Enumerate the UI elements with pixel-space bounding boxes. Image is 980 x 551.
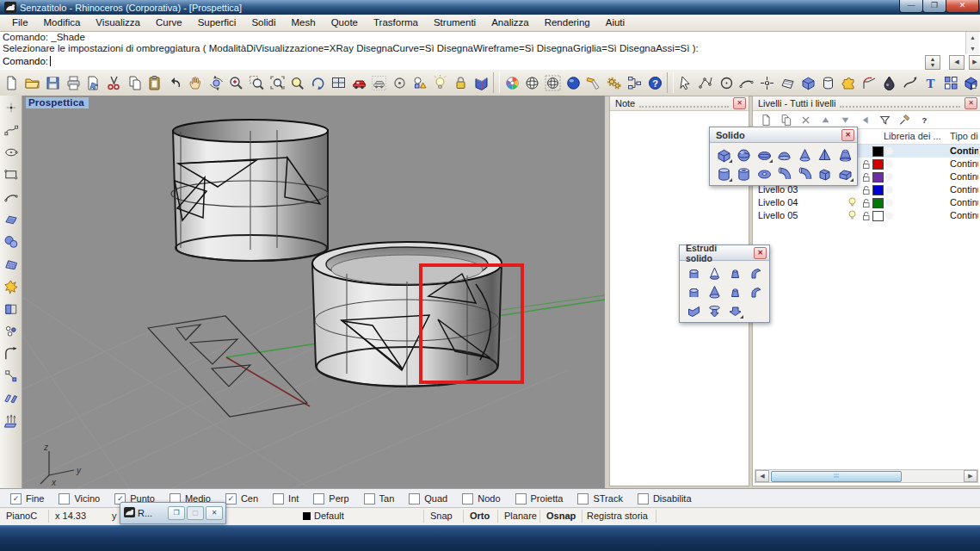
cut-button[interactable] [104, 72, 125, 93]
layer-material-dot[interactable] [885, 160, 893, 168]
paste-button[interactable] [145, 72, 165, 93]
osnap-int[interactable]: Int [273, 493, 299, 505]
layer-lock-icon[interactable] [861, 198, 871, 209]
layer-visibility-bulb-icon[interactable] [847, 197, 857, 208]
pipe-button[interactable] [774, 164, 795, 183]
extrude-to-point-button[interactable] [704, 263, 724, 282]
trim-split-button[interactable] [859, 72, 879, 93]
command-spinner[interactable]: ▲▼ [925, 55, 940, 70]
extrude-tapered-button[interactable] [724, 263, 745, 282]
osnap-checkbox-cen[interactable]: ✓ [225, 493, 237, 505]
zoom-in-button[interactable] [226, 72, 247, 93]
layer-lock-icon[interactable] [861, 159, 871, 170]
estrudi-titlebar[interactable]: Estrudi solido ✕ [680, 245, 769, 261]
viewport-layout-button[interactable] [329, 72, 349, 93]
solido-titlebar[interactable]: Solido ✕ [710, 127, 857, 143]
export-button[interactable] [83, 72, 104, 93]
copy-layer-button[interactable] [776, 112, 796, 127]
menu-analizza[interactable]: Analizza [484, 15, 536, 30]
extrude-curve-straight-button[interactable] [683, 263, 704, 282]
osnap-checkbox-int[interactable] [273, 493, 284, 505]
layer-color-swatch[interactable] [872, 211, 884, 221]
filter-button[interactable] [875, 112, 895, 127]
command-input[interactable]: Comando: [0, 54, 980, 71]
sphere-button[interactable] [734, 145, 755, 164]
menu-quote[interactable]: Quote [324, 15, 366, 30]
minimize-button[interactable]: — [899, 0, 923, 13]
layer-material-dot[interactable] [885, 173, 893, 181]
cylinder-object-left[interactable] [171, 120, 328, 261]
mini-close-icon[interactable]: ✕ [206, 506, 223, 520]
block-button[interactable] [940, 72, 961, 93]
menu-solidi[interactable]: Solidi [243, 15, 283, 30]
surface-button[interactable] [777, 72, 798, 93]
torus-button[interactable] [754, 164, 774, 183]
osnap-checkbox-quad[interactable] [409, 493, 420, 505]
slab-button[interactable] [835, 164, 855, 183]
cplane-indicator[interactable]: PianoC [6, 511, 37, 521]
layer-linetype[interactable]: Continuo [950, 184, 978, 195]
explode-button[interactable] [2, 277, 21, 296]
box-button[interactable] [713, 145, 734, 164]
osnap-checkbox-proietta[interactable] [515, 493, 527, 505]
ribbon-button[interactable] [683, 301, 704, 320]
box-edit-button[interactable] [961, 72, 980, 93]
osnap-checkbox-perp[interactable] [313, 493, 324, 505]
statusbar-orto[interactable]: Orto [470, 511, 490, 521]
layer-lock-icon[interactable] [861, 172, 871, 183]
boss-button[interactable] [724, 301, 745, 320]
layer-color-swatch[interactable] [872, 146, 884, 157]
point-button[interactable] [2, 98, 21, 117]
circle-button[interactable] [716, 72, 737, 93]
command-history-scrollbar[interactable]: ▲▼ [965, 32, 979, 54]
scroll-right-icon[interactable]: ▶ [964, 470, 977, 482]
undo-view-change-button[interactable] [308, 72, 329, 93]
text-button[interactable]: T [921, 72, 941, 93]
blend-button[interactable] [879, 72, 900, 93]
layer-color-swatch[interactable] [872, 159, 884, 170]
move-left-button[interactable] [855, 112, 875, 127]
statusbar-planare[interactable]: Planare [504, 511, 537, 521]
osnap-vicino[interactable]: Vicino [59, 493, 100, 505]
osnap-quad[interactable]: Quad [409, 493, 447, 505]
points-on-button[interactable] [2, 322, 21, 341]
solid-box-button[interactable] [798, 72, 818, 93]
layers-hscrollbar[interactable]: ◀ ⁞⁞⁞ ▶ [755, 469, 978, 483]
osnap-fine[interactable]: ✓Fine [10, 493, 44, 505]
grid-sphere-button[interactable] [543, 72, 564, 93]
move-up-button[interactable] [816, 112, 835, 127]
ellipsoid-button[interactable] [754, 145, 774, 164]
layer-material-dot[interactable] [885, 147, 893, 155]
scroll-left-icon[interactable]: ◀ [755, 470, 769, 482]
osnap-proietta[interactable]: Proietta [515, 493, 564, 505]
help-button[interactable]: ? [644, 72, 665, 93]
select-pointer-button[interactable] [675, 72, 696, 93]
osnap-checkbox-disabilita[interactable] [638, 493, 649, 505]
menu-curve[interactable]: Curve [148, 15, 190, 30]
layer-visibility-bulb-icon[interactable] [847, 210, 857, 221]
menu-rendering[interactable]: Rendering [537, 15, 598, 30]
menu-trasforma[interactable]: Trasforma [366, 15, 426, 30]
extrude-srf-to-point-button[interactable] [704, 282, 724, 301]
restore-button[interactable]: ❐ [922, 0, 946, 13]
extrude-srf-straight-button[interactable] [683, 282, 704, 301]
layer-linetype[interactable]: Continuo [950, 210, 978, 220]
solid-sphere-button[interactable] [2, 232, 21, 251]
osnap-nodo[interactable]: Nodo [462, 493, 500, 505]
osnap-strack[interactable]: STrack [577, 493, 622, 505]
paraboloid-button[interactable] [774, 145, 795, 164]
close-button[interactable]: ✕ [946, 0, 979, 13]
rectangle-button[interactable] [2, 165, 21, 184]
layer-lock-icon[interactable] [861, 185, 871, 196]
control-points-button[interactable] [696, 72, 717, 93]
render-preview-button[interactable] [369, 72, 390, 93]
menu-aiuti[interactable]: Aiuti [598, 15, 632, 30]
truncated-cone-button[interactable] [835, 145, 855, 164]
zoom-selected-button[interactable] [287, 72, 308, 93]
zoom-window-button[interactable] [247, 72, 268, 93]
statusbar-snap[interactable]: Snap [430, 511, 453, 521]
revolve-button[interactable] [818, 72, 839, 93]
undo-button[interactable] [165, 72, 186, 93]
extrude-srf-along-curve-button[interactable] [745, 282, 766, 301]
render-button[interactable] [348, 72, 369, 93]
